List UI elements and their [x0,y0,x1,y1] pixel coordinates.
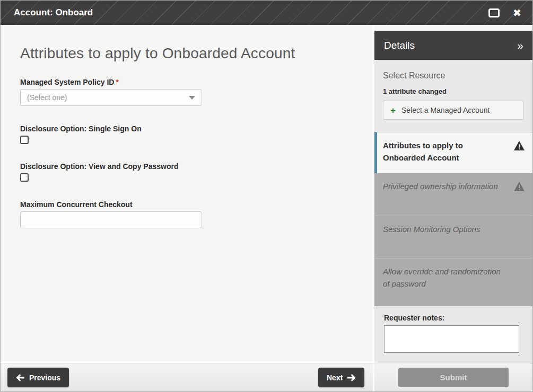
maximize-icon [488,8,500,17]
warning-icon [513,181,525,192]
policy-select-value: (Select one) [27,93,67,102]
plus-icon: + [390,106,396,115]
step-privileged-ownership[interactable]: Privileged ownership information [374,173,532,216]
select-managed-account-button[interactable]: + Select a Managed Account [383,101,524,120]
step-allow-override[interactable]: Allow override and randomization of pass… [374,259,532,306]
onboard-dialog: Account: Onboard ✖ Attributes to apply t… [0,0,533,392]
sso-field: Disclosure Option: Single Sign On [20,124,353,144]
view-copy-checkbox[interactable] [20,173,29,182]
requester-notes-label: Requester notes: [384,314,524,322]
arrow-left-icon [16,374,24,381]
step-label: Attributes to apply to Onboarded Account [383,139,489,173]
details-title: Details [384,40,415,51]
arrow-right-icon [347,374,356,381]
requester-notes-section: Requester notes: [374,306,532,355]
close-icon: ✖ [513,7,521,19]
footer-divider [373,363,374,391]
attribute-changed-status: 1 attribute changed [383,87,524,95]
wizard-steps: Attributes to apply to Onboarded Account… [374,132,532,306]
view-copy-label: Disclosure Option: View and Copy Passwor… [20,162,353,171]
details-sidebar: Details » Select Resource 1 attribute ch… [373,25,532,363]
required-asterisk: * [116,78,118,86]
max-checkout-label: Maximum Concurrent Checkout [20,200,353,209]
step-session-monitoring[interactable]: Session Monitoring Options [374,216,532,259]
submit-button[interactable]: Submit [398,368,509,387]
policy-field: Managed System Policy ID* (Select one) [20,78,353,106]
sidebar-body: Select Resource 1 attribute changed + Se… [374,60,532,364]
warning-icon [513,140,525,151]
select-resource-title: Select Resource [383,71,524,81]
previous-button[interactable]: Previous [7,368,69,387]
select-managed-account-label: Select a Managed Account [401,106,490,114]
maximize-button[interactable] [485,1,503,25]
step-attributes[interactable]: Attributes to apply to Onboarded Account [374,132,532,173]
max-checkout-input[interactable] [20,211,202,228]
step-label: Session Monitoring Options [383,223,505,258]
sso-checkbox[interactable] [20,136,29,144]
details-header: Details » [374,31,532,60]
step-label: Privileged ownership information [383,180,505,216]
sso-label: Disclosure Option: Single Sign On [20,124,353,133]
close-button[interactable]: ✖ [508,1,526,25]
select-resource-section: Select Resource 1 attribute changed + Se… [374,60,532,132]
footer-bar: Previous Next Submit [1,363,532,391]
chevron-double-right-icon[interactable]: » [517,40,523,51]
requester-notes-textarea[interactable] [384,325,519,353]
title-bar: Account: Onboard ✖ [1,1,532,25]
max-checkout-field: Maximum Concurrent Checkout [20,200,353,228]
page-title: Attributes to apply to Onboarded Account [20,45,353,62]
next-button[interactable]: Next [318,368,364,387]
step-label: Allow override and randomization of pass… [383,265,505,306]
previous-label: Previous [29,373,60,382]
policy-select[interactable]: (Select one) [20,89,202,106]
main-panel: Attributes to apply to Onboarded Account… [1,25,373,363]
window-title: Account: Onboard [14,1,93,25]
policy-label: Managed System Policy ID* [20,78,353,86]
chevron-down-icon [189,96,195,100]
next-label: Next [327,373,343,382]
view-copy-field: Disclosure Option: View and Copy Passwor… [20,162,353,182]
